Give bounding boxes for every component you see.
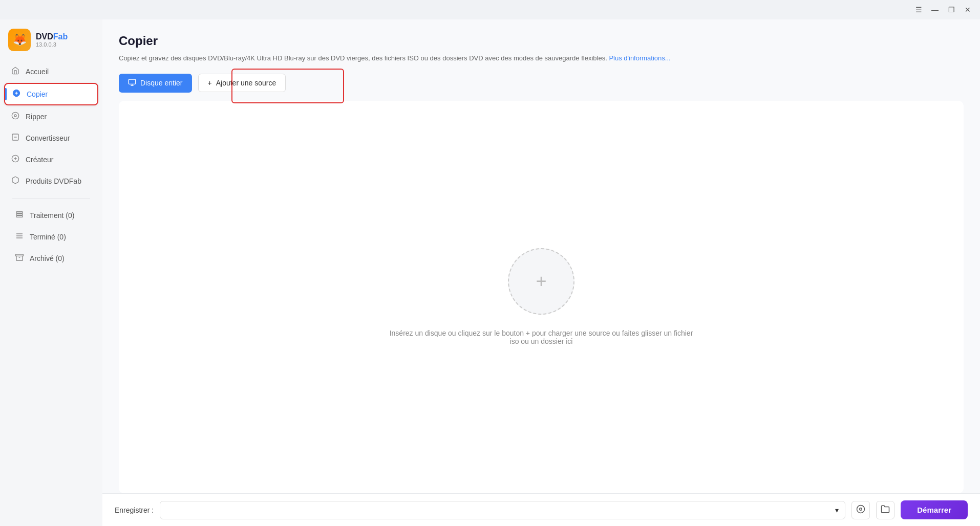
sidebar-divider (12, 199, 90, 199)
footer-bar: Enregistrer : ▾ Démarrer (102, 493, 980, 526)
logo-brand: DVDFab (36, 32, 68, 41)
disk-entier-button[interactable]: Disque entier (119, 74, 192, 93)
home-icon (10, 67, 20, 77)
svg-point-11 (857, 505, 865, 513)
sidebar-item-archive-label: Archivé (0) (30, 254, 65, 262)
main-content: Copier Copiez et gravez des disques DVD/… (102, 19, 980, 526)
hamburger-icon: ☰ (915, 6, 922, 14)
chevron-down-icon: ▾ (835, 506, 839, 514)
sidebar-nav: Accueil Copier Ripper C (0, 61, 102, 526)
folder-icon (881, 505, 890, 516)
sidebar-item-produits-label: Produits DVDFab (26, 177, 81, 185)
sidebar-item-createur[interactable]: Créateur (4, 149, 98, 170)
convert-icon (10, 133, 20, 143)
disk-entier-label: Disque entier (140, 79, 183, 87)
sidebar-item-termine[interactable]: Terminé (0) (8, 227, 94, 247)
products-icon (10, 176, 20, 186)
svg-rect-10 (129, 79, 135, 84)
drop-instruction: Insérez un disque ou cliquez sur le bout… (388, 329, 695, 345)
svg-rect-7 (16, 216, 23, 217)
create-icon (10, 155, 20, 165)
sidebar-item-createur-label: Créateur (26, 156, 53, 164)
app-layout: 🦊 DVDFab 13.0.0.3 Accueil Copier (0, 19, 980, 526)
description-text: Copiez et gravez des disques DVD/Blu-ray… (119, 54, 607, 62)
archive-icon (14, 253, 25, 264)
drop-circle-button[interactable]: + (508, 248, 574, 315)
add-source-button[interactable]: + Ajouter une source (198, 74, 286, 92)
sidebar-item-ripper-label: Ripper (26, 113, 47, 121)
sidebar-item-traitement-label: Traitement (0) (30, 211, 74, 220)
close-icon: ✕ (965, 6, 971, 14)
sidebar-item-accueil[interactable]: Accueil (4, 61, 98, 82)
minimize-icon: — (931, 6, 939, 14)
save-label: Enregistrer : (115, 506, 154, 514)
sidebar-item-convertisseur[interactable]: Convertisseur (4, 128, 98, 148)
sidebar-item-accueil-label: Accueil (26, 68, 49, 76)
drop-plus-icon: + (536, 272, 546, 291)
page-title: Copier (119, 34, 964, 48)
svg-rect-6 (16, 214, 23, 215)
sidebar-item-termine-label: Terminé (0) (30, 233, 66, 241)
more-info-link[interactable]: Plus d'informations... (609, 54, 670, 62)
sidebar: 🦊 DVDFab 13.0.0.3 Accueil Copier (0, 19, 102, 526)
disk-icon (128, 78, 136, 88)
queue-icon (14, 210, 25, 221)
titlebar: ☰ — ❐ ✕ (0, 0, 980, 19)
sidebar-item-copier-label: Copier (27, 90, 48, 98)
svg-rect-8 (16, 254, 24, 256)
sidebar-logo: 🦊 DVDFab 13.0.0.3 (0, 24, 102, 61)
maximize-icon: ❐ (948, 6, 955, 14)
sidebar-item-produits[interactable]: Produits DVDFab (4, 171, 98, 191)
disc-icon (856, 505, 865, 516)
disc-button[interactable] (851, 501, 870, 519)
copy-icon (11, 89, 22, 99)
minimize-button[interactable]: — (927, 2, 943, 18)
disc-icon (10, 112, 20, 122)
drop-zone: + Insérez un disque ou cliquez sur le bo… (119, 101, 964, 494)
sidebar-item-ripper[interactable]: Ripper (4, 106, 98, 127)
svg-point-12 (860, 508, 862, 510)
logo-icon: 🦊 (8, 29, 31, 51)
svg-point-2 (14, 115, 16, 117)
content-area: Copier Copiez et gravez des disques DVD/… (102, 19, 980, 493)
add-source-label: Ajouter une source (216, 79, 276, 87)
page-description: Copiez et gravez des disques DVD/Blu-ray… (119, 53, 964, 63)
logo-text: DVDFab 13.0.0.3 (36, 32, 68, 48)
sidebar-item-archive[interactable]: Archivé (0) (8, 248, 94, 269)
hamburger-icon-btn[interactable]: ☰ (910, 2, 927, 18)
save-dropdown[interactable]: ▾ (160, 501, 845, 519)
sidebar-item-convertisseur-label: Convertisseur (26, 134, 70, 142)
logo-version: 13.0.0.3 (36, 41, 68, 48)
svg-point-1 (12, 112, 18, 119)
sidebar-item-copier[interactable]: Copier (4, 83, 98, 105)
add-icon: + (208, 79, 212, 87)
maximize-button[interactable]: ❐ (943, 2, 960, 18)
svg-rect-5 (16, 212, 23, 213)
close-button[interactable]: ✕ (960, 2, 976, 18)
start-button[interactable]: Démarrer (901, 500, 968, 519)
sidebar-item-traitement[interactable]: Traitement (0) (8, 205, 94, 226)
sidebar-queue-section: Traitement (0) Terminé (0) Archivé (0) (4, 205, 98, 270)
done-icon (14, 232, 25, 242)
toolbar: Disque entier + Ajouter une source (119, 74, 964, 93)
folder-button[interactable] (876, 501, 894, 519)
